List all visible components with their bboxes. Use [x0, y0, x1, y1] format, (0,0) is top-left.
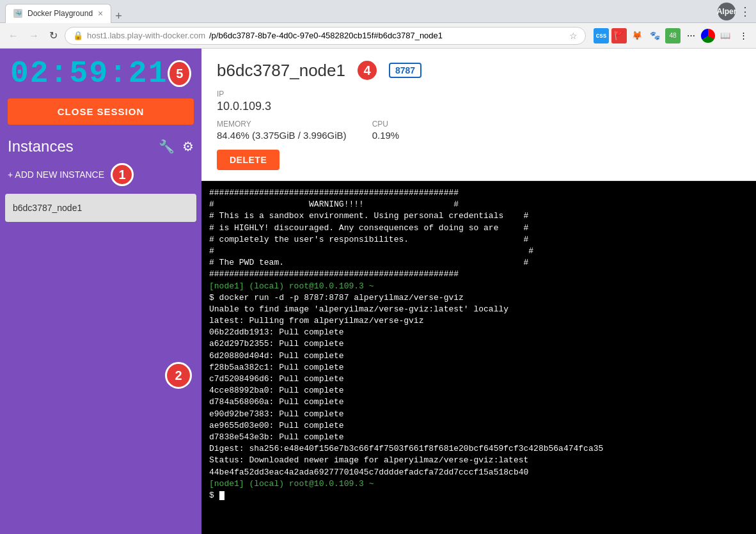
ip-label: IP	[217, 90, 741, 98]
wrench-icon[interactable]: 🔧	[159, 139, 175, 154]
ext-dots-button[interactable]: ⋯	[683, 28, 698, 43]
port-link[interactable]: 8787	[389, 63, 421, 78]
ext-fox-button[interactable]: 🦊	[629, 28, 645, 43]
terminal-line: 6d20880d404d: Pull complete	[209, 350, 748, 362]
terminal-line: $	[209, 490, 748, 501]
terminal-line: ae9655d03e00: Pull complete	[209, 420, 748, 432]
terminal-line: 44be4fa52dd3eac4a2ada69277701045c7ddddef…	[209, 467, 748, 478]
badge-4: 4	[356, 59, 379, 82]
cpu-label: CPU	[372, 120, 400, 129]
node-title: b6dc3787_node1	[217, 61, 345, 81]
terminal-line: # The PWD team. #	[209, 257, 748, 269]
browser-toolbar: ← → ↻ 🔒 host1.labs.play-with-docker.com …	[0, 23, 756, 49]
terminal-cursor	[219, 491, 224, 500]
terminal-line: $ docker run -d -p 8787:8787 alperyilmaz…	[209, 292, 748, 304]
terminal-line: # #	[209, 246, 748, 257]
reload-button[interactable]: ↻	[46, 28, 61, 43]
new-tab-button[interactable]: +	[111, 10, 126, 23]
terminal-line: e90d92be7383: Pull complete	[209, 409, 748, 420]
ext-menu-button[interactable]: ⋮	[736, 28, 751, 43]
terminal[interactable]: ########################################…	[201, 181, 756, 534]
browser-frame: 🐳 Docker Playground × + Alper ⋮ ← → ↻ 🔒 …	[0, 0, 756, 534]
terminal-line: Status: Downloaded newer image for alper…	[209, 455, 748, 466]
timer-area: 02:59:21 5	[0, 49, 201, 96]
terminal-line: # WARNING!!!! #	[209, 199, 748, 210]
terminal-line: # completely the user's responsibilites.…	[209, 234, 748, 246]
memory-cpu-stats: Memory 84.46% (3.375GiB / 3.996GiB) CPU …	[217, 120, 741, 141]
address-path: /p/b6dc3787-8b7e-4d0c-97e0-4582820cb15f#…	[209, 31, 443, 40]
browser-tab[interactable]: 🐳 Docker Playground ×	[5, 4, 111, 23]
tab-area: 🐳 Docker Playground × +	[5, 0, 126, 23]
terminal-line: d784a568060a: Pull complete	[209, 397, 748, 408]
right-panel: b6dc3787_node1 4 8787 IP 10.0.109.3 Memo…	[201, 49, 756, 534]
delete-button[interactable]: DELETE	[217, 150, 280, 170]
memory-value: 84.46% (3.375GiB / 3.996GiB)	[217, 130, 347, 141]
ext-reader-button[interactable]: 📖	[718, 28, 733, 43]
terminal-line: ########################################…	[209, 187, 748, 199]
node-info-panel: b6dc3787_node1 4 8787 IP 10.0.109.3 Memo…	[201, 49, 756, 181]
ext-chrome-button[interactable]	[701, 29, 715, 43]
instance-item[interactable]: b6dc3787_node1	[5, 194, 196, 222]
session-timer: 02:59:21	[10, 56, 168, 91]
ext-gnome-button[interactable]: 🐾	[647, 28, 663, 43]
memory-label: Memory	[217, 120, 347, 129]
terminal-line: [node1] (local) root@10.0.109.3 ~	[209, 478, 748, 490]
terminal-line: ########################################…	[209, 269, 748, 280]
ip-stat-group: IP 10.0.109.3	[217, 90, 741, 113]
terminal-line: Unable to find image 'alperyilmaz/verse-…	[209, 304, 748, 315]
tab-close-button[interactable]: ×	[98, 8, 103, 19]
add-instance-row[interactable]: + ADD NEW INSTANCE 1	[8, 163, 194, 186]
instances-header: Instances 🔧 ⚙	[0, 132, 201, 161]
memory-stat: Memory 84.46% (3.375GiB / 3.996GiB)	[217, 120, 347, 141]
main-content: 02:59:21 5 CLOSE SESSION Instances 🔧 ⚙ +…	[0, 49, 756, 534]
terminal-line: Digest: sha256:e48e40f156e7b3c66f4f7503f…	[209, 443, 748, 455]
node-stats: IP 10.0.109.3	[217, 90, 741, 113]
ext-red-button[interactable]: 🚩	[611, 28, 627, 43]
terminal-line: # This is a sandbox environment. Using p…	[209, 210, 748, 222]
browser-menu-button[interactable]: ⋮	[739, 4, 751, 19]
terminal-line: 4cce88992ba0: Pull complete	[209, 385, 748, 397]
profile-button[interactable]: Alper	[718, 3, 736, 20]
bookmark-icon[interactable]: ☆	[569, 31, 578, 41]
terminal-line: d7838e543e3b: Pull complete	[209, 432, 748, 443]
back-button[interactable]: ←	[5, 29, 22, 43]
terminal-line: [node1] (local) root@10.0.109.3 ~	[209, 281, 748, 292]
address-bar[interactable]: 🔒 host1.labs.play-with-docker.com /p/b6d…	[65, 27, 586, 45]
terminal-line: latest: Pulling from alperyilmaz/verse-g…	[209, 315, 748, 327]
badge-1-label: 1	[118, 168, 125, 182]
badge-5-label: 5	[176, 67, 183, 81]
sidebar: 02:59:21 5 CLOSE SESSION Instances 🔧 ⚙ +…	[0, 49, 201, 534]
badge-1: 1	[111, 163, 134, 186]
terminal-line: a62d297b2355: Pull complete	[209, 338, 748, 350]
node-header: b6dc3787_node1 4 8787	[217, 59, 741, 82]
ip-value: 10.0.109.3	[217, 100, 741, 113]
tab-favicon-icon: 🐳	[13, 9, 22, 18]
terminal-line: 06b22ddb1913: Pull complete	[209, 327, 748, 338]
toolbar-extensions: css 🚩 🦊 🐾 48 ⋯ 📖 ⋮	[594, 28, 751, 43]
close-session-button[interactable]: CLOSE SESSION	[8, 98, 194, 125]
add-instance-label: + ADD NEW INSTANCE	[8, 169, 104, 180]
cpu-stat: CPU 0.19%	[372, 120, 400, 141]
cpu-value: 0.19%	[372, 130, 400, 141]
terminal-line: c7d5208496d6: Pull complete	[209, 373, 748, 385]
address-domain: host1.labs.play-with-docker.com	[87, 31, 205, 40]
instance-name: b6dc3787_node1	[13, 203, 82, 213]
tab-title: Docker Playground	[28, 9, 93, 18]
ext-css-button[interactable]: css	[594, 28, 609, 43]
ext-puzzle-button[interactable]: 48	[665, 28, 681, 43]
instances-title: Instances	[8, 137, 151, 155]
forward-button[interactable]: →	[26, 29, 42, 43]
settings-icon[interactable]: ⚙	[182, 139, 194, 154]
badge-5: 5	[168, 60, 191, 87]
terminal-line: f28b5aa382c1: Pull complete	[209, 362, 748, 373]
terminal-line: # is HIGHLY! discouraged. Any consequenc…	[209, 223, 748, 234]
badge-4-label: 4	[363, 63, 370, 78]
browser-titlebar: 🐳 Docker Playground × + Alper ⋮	[0, 0, 756, 23]
